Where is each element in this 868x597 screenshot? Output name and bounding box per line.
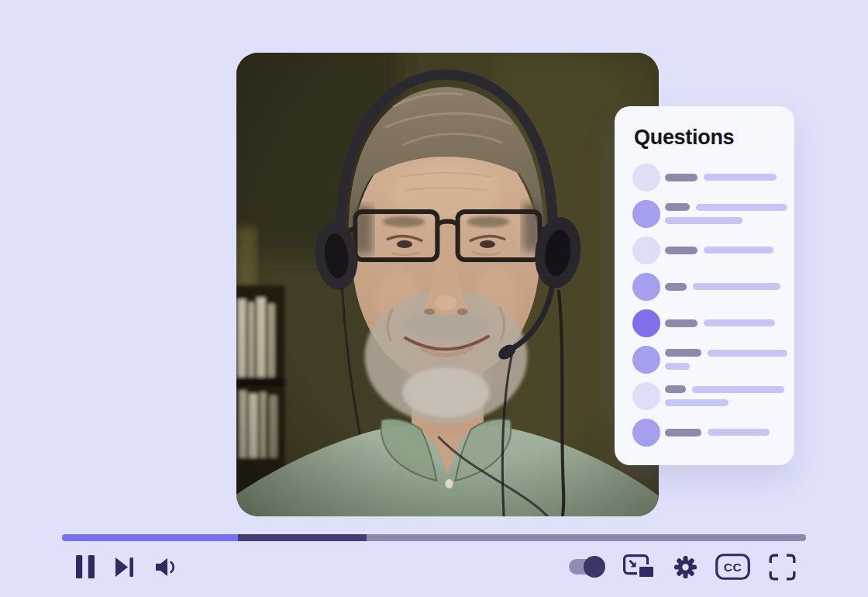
question-text-placeholder (693, 283, 780, 290)
question-avatar (632, 346, 660, 374)
captions-button[interactable]: CC (715, 554, 750, 580)
question-author-placeholder (665, 429, 701, 437)
question-item[interactable] (632, 305, 794, 341)
question-author-placeholder (665, 349, 701, 357)
progress-played-segment (62, 534, 238, 541)
questions-panel: Questions (615, 106, 794, 465)
question-text-placeholder (696, 204, 787, 211)
question-author-placeholder (665, 203, 690, 211)
question-text-placeholder (708, 429, 770, 436)
question-item[interactable] (632, 232, 794, 268)
question-text-placeholder (708, 350, 787, 357)
question-item[interactable] (632, 378, 794, 414)
volume-button[interactable] (154, 557, 177, 578)
question-item[interactable] (632, 195, 794, 232)
pause-button[interactable] (76, 555, 95, 578)
question-text-placeholder (665, 363, 690, 370)
question-item[interactable] (632, 341, 794, 378)
fullscreen-button[interactable] (769, 554, 796, 581)
question-avatar (632, 273, 660, 301)
question-avatar (632, 419, 660, 447)
question-avatar (632, 236, 660, 264)
settings-button[interactable] (674, 556, 697, 578)
player-controls-left (76, 553, 177, 581)
questions-title: Questions (634, 125, 794, 150)
question-avatar (632, 382, 660, 410)
question-avatar (632, 164, 660, 192)
question-text-placeholder (704, 319, 775, 326)
questions-list (632, 159, 794, 450)
pip-button[interactable] (623, 554, 656, 579)
cc-label: CC (724, 561, 742, 574)
pause-icon (76, 555, 95, 578)
picture-in-picture-icon (623, 554, 656, 579)
closed-captions-icon: CC (715, 554, 750, 580)
page-background: Questions (0, 0, 868, 597)
question-author-placeholder (665, 283, 687, 291)
question-item[interactable] (632, 159, 794, 195)
question-item[interactable] (632, 414, 794, 450)
question-text-placeholder (665, 217, 742, 224)
progress-buffered-segment (238, 534, 367, 541)
question-author-placeholder (665, 319, 698, 327)
question-text-placeholder (704, 247, 773, 254)
autoplay-toggle[interactable] (569, 559, 604, 575)
skip-next-icon (115, 557, 134, 578)
question-avatar (632, 309, 660, 337)
toggle-knob-icon (584, 556, 605, 578)
question-text-placeholder (665, 399, 728, 406)
question-text-placeholder (692, 386, 784, 393)
progress-remaining-segment (367, 534, 806, 541)
player-controls-right: CC (569, 553, 796, 581)
question-text-placeholder (704, 174, 777, 181)
question-author-placeholder (665, 247, 698, 254)
next-button[interactable] (115, 557, 134, 578)
progress-bar[interactable] (62, 534, 806, 541)
question-item[interactable] (632, 268, 794, 305)
volume-icon (154, 557, 177, 578)
question-author-placeholder (665, 174, 698, 181)
video-player[interactable] (236, 53, 659, 516)
question-avatar (632, 200, 660, 228)
fullscreen-icon (769, 554, 796, 581)
question-author-placeholder (665, 385, 686, 393)
speaker-video-still (236, 53, 659, 516)
gear-icon (674, 556, 697, 578)
